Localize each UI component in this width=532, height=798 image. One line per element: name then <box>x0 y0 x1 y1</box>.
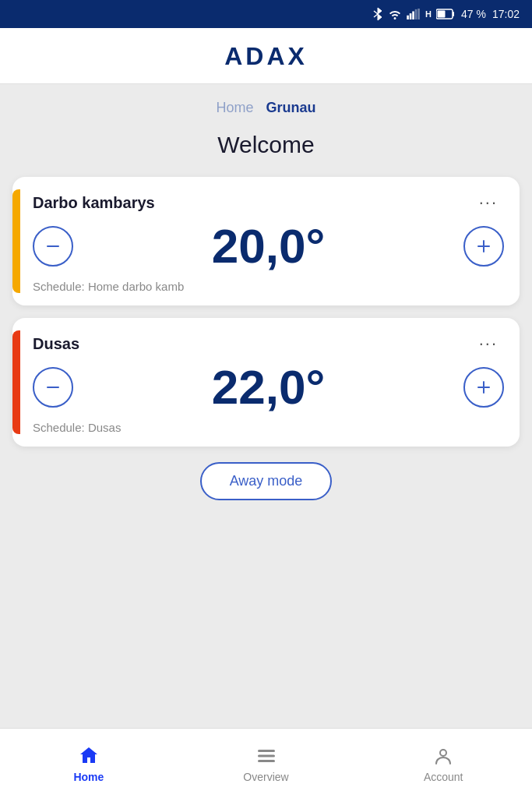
svg-line-0 <box>374 14 378 17</box>
away-mode-button[interactable]: Away mode <box>200 462 333 500</box>
increase-temp-dusas[interactable] <box>463 367 504 408</box>
device-name-dusas: Dusas <box>33 335 79 353</box>
nav-item-home[interactable]: Home <box>0 736 178 791</box>
wifi-icon <box>388 9 402 19</box>
overview-icon <box>255 744 278 768</box>
card-header-darbo: Darbo kambarys ··· <box>33 189 504 216</box>
clock: 17:02 <box>492 8 520 20</box>
svg-rect-3 <box>410 13 412 19</box>
svg-rect-18 <box>258 760 275 762</box>
svg-rect-8 <box>453 12 454 16</box>
svg-rect-16 <box>258 750 275 752</box>
welcome-title: Welcome <box>12 132 520 158</box>
decrease-temp-darbo[interactable] <box>33 226 73 267</box>
decrease-temp-dusas[interactable] <box>33 367 73 408</box>
svg-line-1 <box>374 11 378 14</box>
svg-rect-2 <box>407 16 409 19</box>
status-bar: H 47 % 17:02 <box>0 0 532 28</box>
breadcrumb: Home Grunau <box>12 84 520 124</box>
home-icon <box>77 744 100 768</box>
breadcrumb-active[interactable]: Grunau <box>266 100 316 116</box>
schedule-darbo: Schedule: Home darbo kamb <box>33 280 504 293</box>
signal-icon <box>407 9 421 19</box>
increase-temp-darbo[interactable] <box>463 226 504 267</box>
device-card-darbo: Darbo kambarys ··· 20,0° Schedule: Hom <box>12 177 520 305</box>
minus-icon-darbo <box>44 237 62 256</box>
card-controls-darbo: 20,0° <box>33 222 504 270</box>
schedule-dusas: Schedule: Dusas <box>33 421 504 434</box>
battery-percent: 47 % <box>461 8 486 20</box>
main-content: Home Grunau Welcome Darbo kambarys ··· 2… <box>0 84 532 728</box>
svg-rect-9 <box>438 11 446 18</box>
card-indicator-dusas <box>12 330 20 434</box>
device-name-darbo: Darbo kambarys <box>33 194 155 212</box>
nav-label-home: Home <box>73 771 104 783</box>
minus-icon-dusas <box>44 378 62 397</box>
app-header: ADAX <box>0 28 532 84</box>
account-icon <box>432 744 455 768</box>
svg-point-19 <box>440 750 446 756</box>
nav-item-overview[interactable]: Overview <box>178 736 355 791</box>
device-menu-darbo[interactable]: ··· <box>473 189 504 216</box>
nav-label-overview: Overview <box>243 771 288 783</box>
battery-icon <box>436 9 455 19</box>
bottom-nav: Home Overview Account <box>0 728 532 798</box>
temperature-darbo: 20,0° <box>73 222 463 270</box>
temperature-dusas: 22,0° <box>73 363 463 411</box>
away-mode-container: Away mode <box>12 462 520 500</box>
device-card-dusas: Dusas ··· 22,0° Schedule: Dusas <box>12 318 520 447</box>
card-controls-dusas: 22,0° <box>33 363 504 411</box>
svg-rect-4 <box>412 12 414 20</box>
card-header-dusas: Dusas ··· <box>33 330 504 357</box>
status-icons: H <box>372 7 455 21</box>
bluetooth-icon <box>372 7 383 21</box>
nav-item-account[interactable]: Account <box>354 736 532 791</box>
card-body-dusas: Dusas ··· 22,0° Schedule: Dusas <box>33 330 504 434</box>
svg-rect-5 <box>415 9 417 19</box>
nav-label-account: Account <box>424 771 463 783</box>
svg-rect-6 <box>417 9 420 19</box>
card-body-darbo: Darbo kambarys ··· 20,0° Schedule: Hom <box>33 189 504 293</box>
network-type: H <box>425 9 432 19</box>
plus-icon-dusas <box>474 378 493 397</box>
card-indicator-darbo <box>12 189 20 293</box>
plus-icon-darbo <box>474 237 493 256</box>
app-logo: ADAX <box>224 42 308 71</box>
device-menu-dusas[interactable]: ··· <box>473 330 504 357</box>
svg-rect-17 <box>258 754 275 757</box>
breadcrumb-home[interactable]: Home <box>216 100 253 116</box>
